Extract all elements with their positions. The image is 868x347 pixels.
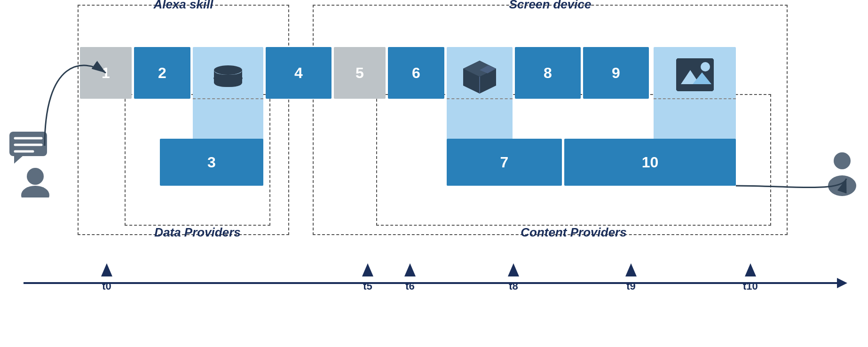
svg-point-11 xyxy=(701,62,710,71)
timeline-line xyxy=(24,282,844,284)
t8-arrow xyxy=(508,263,519,276)
step-block-10: 10 xyxy=(564,139,736,186)
t6-arrow xyxy=(404,263,416,276)
svg-point-18 xyxy=(27,168,44,185)
step-block-5: 5 xyxy=(334,47,386,99)
step-block-7: 7 xyxy=(447,139,562,186)
svg-point-0 xyxy=(214,65,242,75)
t5-label: t5 xyxy=(363,280,372,292)
step-block-8: 8 xyxy=(515,47,581,99)
database-icon xyxy=(212,63,245,96)
t0-arrow xyxy=(101,263,112,276)
alexa-skill-title: Alexa skill xyxy=(79,0,288,12)
step-block-4: 4 xyxy=(266,47,331,99)
timeline-end-arrow xyxy=(837,278,847,288)
time-marker-t6: t6 xyxy=(404,263,416,292)
step-block-2: 2 xyxy=(134,47,190,99)
time-marker-t0: t0 xyxy=(101,263,112,292)
t5-arrow xyxy=(362,263,373,276)
time-marker-t5: t5 xyxy=(362,263,373,292)
box-icon xyxy=(461,58,498,96)
time-marker-t8: t8 xyxy=(508,263,519,292)
t9-arrow xyxy=(625,263,637,276)
svg-point-21 xyxy=(828,175,856,196)
time-marker-t9: t9 xyxy=(625,263,637,292)
svg-point-20 xyxy=(834,152,851,169)
step-block-6: 6 xyxy=(388,47,444,99)
step-block-9: 9 xyxy=(583,47,649,99)
image-icon xyxy=(676,58,714,91)
svg-point-19 xyxy=(21,186,49,197)
svg-marker-17 xyxy=(14,156,23,164)
step-block-3: 3 xyxy=(160,139,263,186)
t6-label: t6 xyxy=(405,280,415,292)
person-right xyxy=(826,150,859,199)
t9-label: t9 xyxy=(626,280,636,292)
timeline-area: t0 t5 t6 t8 t9 t10 xyxy=(0,263,868,347)
screen-device-title: Screen device xyxy=(314,0,787,12)
time-marker-t10: t10 xyxy=(743,263,758,292)
t0-label: t0 xyxy=(102,280,111,292)
person-left xyxy=(9,132,61,199)
data-providers-title: Data Providers xyxy=(126,225,269,240)
step-block-1: 1 xyxy=(80,47,132,99)
t8-label: t8 xyxy=(509,280,518,292)
content-providers-title: Content Providers xyxy=(377,225,770,240)
t10-arrow xyxy=(745,263,756,276)
t10-label: t10 xyxy=(743,280,758,292)
diagram-area: Alexa skill Data Providers Screen device… xyxy=(0,0,868,263)
